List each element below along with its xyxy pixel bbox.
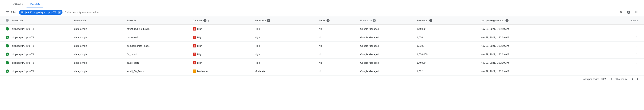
cell-sensitivity: High bbox=[253, 50, 317, 58]
cell-dataset-id: data_simple bbox=[73, 42, 125, 50]
svg-point-6 bbox=[636, 45, 636, 45]
previous-page-button[interactable] bbox=[632, 78, 634, 80]
help-icon[interactable] bbox=[626, 10, 631, 14]
table-row[interactable]: dlppsbqrun1-proj-78 data_simple structur… bbox=[0, 25, 644, 33]
tab-tables[interactable]: TABLES bbox=[26, 0, 43, 8]
table-row[interactable]: dlppsbqrun1-proj-78 data_simple small_50… bbox=[0, 67, 644, 76]
header-row-count[interactable]: Row count ? bbox=[415, 16, 479, 25]
column-display-icon[interactable] bbox=[634, 10, 638, 14]
cell-last-generated: Nov 29, 2021, 1:31:19 AM bbox=[479, 58, 571, 67]
cell-project-id: dlppsbqrun1-proj-78 bbox=[10, 67, 73, 76]
tab-projects[interactable]: PROJECTS bbox=[6, 0, 26, 8]
svg-point-9 bbox=[636, 53, 636, 54]
next-page-button[interactable] bbox=[636, 78, 638, 80]
help-icon[interactable]: ? bbox=[204, 19, 206, 22]
sort-descending-icon[interactable]: ↓ bbox=[208, 19, 209, 22]
cell-table-id: small_50_fields bbox=[125, 67, 191, 76]
filter-icon bbox=[6, 10, 10, 14]
risk-badge: !!! High bbox=[193, 36, 202, 39]
header-last-generated[interactable]: Last profile generated ? bbox=[479, 16, 571, 25]
table-row[interactable]: dlppsbqrun1-proj-78 data_simple fin_data… bbox=[0, 50, 644, 58]
cell-row-count: 100,000 bbox=[415, 58, 479, 67]
filter-chip-value: dlppsbqrun1-proj-78 bbox=[34, 11, 56, 14]
table-row[interactable]: dlppsbqrun1-proj-78 data_simple customer… bbox=[0, 33, 644, 42]
status-success-icon bbox=[6, 44, 9, 48]
svg-point-0 bbox=[636, 28, 636, 28]
svg-point-14 bbox=[636, 63, 636, 64]
help-icon[interactable]: ? bbox=[326, 19, 330, 22]
header-data-risk[interactable]: Data risk ? ↓ bbox=[191, 16, 253, 25]
pagination-range: 1 – 30 of many bbox=[611, 78, 627, 80]
table-row[interactable]: dlppsbqrun1-proj-78 data_simple basic_te… bbox=[0, 58, 644, 67]
header-table-id[interactable]: Table ID bbox=[125, 16, 191, 25]
cell-public: No bbox=[317, 58, 359, 67]
svg-point-13 bbox=[636, 62, 636, 63]
cell-dataset-id: data_simple bbox=[73, 50, 125, 58]
status-dot-icon bbox=[6, 19, 9, 22]
cell-table-id: fin_data1 bbox=[125, 50, 191, 58]
header-encryption[interactable]: Encryption ? bbox=[359, 16, 415, 25]
cell-project-id: dlppsbqrun1-proj-78 bbox=[10, 25, 73, 33]
status-success-icon bbox=[6, 36, 9, 39]
cell-sensitivity: High bbox=[253, 33, 317, 42]
header-sensitivity[interactable]: Sensitivity ? bbox=[253, 16, 317, 25]
cell-dataset-id: data_simple bbox=[73, 58, 125, 67]
help-icon[interactable]: ? bbox=[506, 19, 508, 22]
cell-encryption: Google Managed bbox=[359, 67, 415, 76]
row-actions-menu-icon[interactable] bbox=[634, 26, 638, 31]
svg-point-1 bbox=[636, 29, 636, 29]
svg-point-15 bbox=[636, 70, 636, 71]
filter-input[interactable] bbox=[65, 11, 619, 14]
cell-last-generated: Nov 29, 2021, 1:31:19 AM bbox=[479, 25, 571, 33]
svg-point-3 bbox=[636, 36, 636, 37]
svg-point-10 bbox=[636, 54, 636, 54]
svg-point-16 bbox=[636, 71, 636, 72]
data-table: Project ID Dataset ID Table ID Data risk… bbox=[0, 16, 644, 76]
svg-point-11 bbox=[636, 55, 636, 56]
risk-label: High bbox=[197, 28, 202, 30]
header-project-id[interactable]: Project ID bbox=[10, 16, 73, 25]
header-public[interactable]: Public ? bbox=[317, 16, 359, 25]
row-actions-menu-icon[interactable] bbox=[634, 69, 638, 74]
svg-point-5 bbox=[636, 38, 636, 38]
cell-row-count: 10,000 bbox=[415, 42, 479, 50]
risk-high-icon: !!! bbox=[193, 44, 196, 48]
clear-filters-icon[interactable] bbox=[619, 10, 623, 14]
row-actions-menu-icon[interactable] bbox=[634, 52, 638, 56]
filter-chip-key: Project ID : bbox=[21, 11, 33, 14]
cell-last-generated: Nov 29, 2021, 1:31:19 AM bbox=[479, 67, 571, 76]
table-row[interactable]: dlppsbqrun1-proj-78 data_simple demograp… bbox=[0, 42, 644, 50]
status-success-icon bbox=[6, 27, 9, 30]
risk-high-icon: !!! bbox=[193, 36, 196, 39]
rows-per-page-dropdown[interactable]: 30 bbox=[601, 78, 606, 80]
cell-row-count: 1,000 bbox=[415, 33, 479, 42]
cell-project-id: dlppsbqrun1-proj-78 bbox=[10, 33, 73, 42]
help-icon[interactable]: ? bbox=[429, 19, 432, 22]
dropdown-arrow-icon bbox=[604, 78, 606, 80]
cell-table-id: demographics_diag1 bbox=[125, 42, 191, 50]
svg-point-2 bbox=[636, 30, 636, 30]
svg-point-7 bbox=[636, 46, 636, 46]
row-actions-menu-icon[interactable] bbox=[634, 60, 638, 65]
risk-badge: !! Moderate bbox=[193, 70, 208, 73]
filter-chip-project-id[interactable]: Project ID : dlppsbqrun1-proj-78 bbox=[19, 10, 62, 15]
cell-last-generated: Nov 29, 2021, 1:31:19 AM bbox=[479, 50, 571, 58]
risk-label: High bbox=[197, 44, 202, 47]
help-icon[interactable]: ? bbox=[373, 19, 376, 22]
help-icon[interactable]: ? bbox=[267, 19, 270, 22]
cell-row-count: 1,002 bbox=[415, 67, 479, 76]
status-success-icon bbox=[6, 61, 9, 64]
row-actions-menu-icon[interactable] bbox=[634, 44, 638, 48]
cell-sensitivity: High bbox=[253, 42, 317, 50]
cell-table-id: customer1 bbox=[125, 33, 191, 42]
cell-project-id: dlppsbqrun1-proj-78 bbox=[10, 58, 73, 67]
cell-public: No bbox=[317, 25, 359, 33]
row-actions-menu-icon[interactable] bbox=[634, 35, 638, 40]
svg-point-8 bbox=[636, 46, 636, 47]
header-dataset-id[interactable]: Dataset ID bbox=[73, 16, 125, 25]
filter-chip-remove-icon[interactable] bbox=[58, 10, 61, 14]
tabs-bar: PROJECTS TABLES bbox=[0, 0, 644, 8]
svg-point-4 bbox=[636, 37, 636, 38]
cell-encryption: Google Managed bbox=[359, 33, 415, 42]
filter-bar: Filter Project ID : dlppsbqrun1-proj-78 bbox=[0, 8, 644, 16]
